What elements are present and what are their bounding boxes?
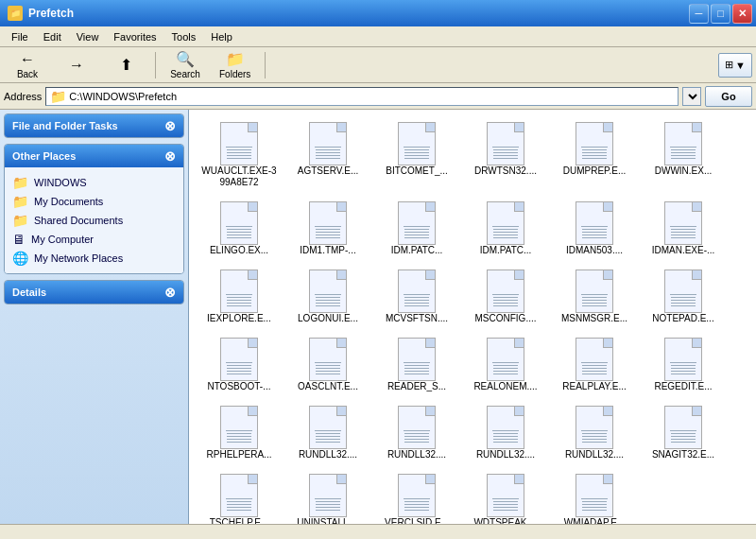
menu-help[interactable]: Help bbox=[203, 29, 240, 44]
list-item[interactable]: WUAUCLT.EXE-399A8E72 bbox=[197, 117, 282, 193]
folders-button[interactable]: 📁 Folders bbox=[211, 50, 259, 80]
menu-view[interactable]: View bbox=[69, 29, 107, 44]
list-item[interactable]: OASCLNT.E... bbox=[285, 333, 370, 397]
list-item[interactable]: MSNMSGR.E... bbox=[552, 265, 637, 329]
file-icon bbox=[309, 406, 347, 449]
file-name: OASCLNT.E... bbox=[298, 381, 358, 392]
places-windows-label: WINDOWS bbox=[34, 177, 87, 188]
view-button[interactable]: ⊞ ▼ bbox=[718, 53, 752, 78]
file-name: MSCONFIG.... bbox=[475, 313, 537, 324]
file-area: WUAUCLT.EXE-399A8E72AGTSERV.E...BITCOMET… bbox=[189, 110, 756, 524]
list-item[interactable]: RUNDLL32.... bbox=[552, 401, 637, 465]
minimize-button[interactable]: ─ bbox=[689, 4, 709, 24]
file-name: NOTEPAD.E... bbox=[652, 313, 713, 324]
file-icon bbox=[398, 406, 436, 449]
list-item[interactable]: TSCHELP.E... bbox=[197, 469, 282, 524]
file-icon bbox=[309, 122, 347, 165]
places-network-label: My Network Places bbox=[34, 252, 123, 264]
menu-favorites[interactable]: Favorites bbox=[106, 29, 163, 44]
file-icon bbox=[220, 270, 258, 313]
up-icon: ⬆ bbox=[120, 56, 132, 74]
list-item[interactable]: NTOSBOOT-... bbox=[197, 333, 282, 397]
places-item-windows[interactable]: 📁 WINDOWS bbox=[12, 173, 176, 192]
file-name: IDM.PATC... bbox=[480, 245, 532, 256]
back-label: Back bbox=[17, 69, 38, 79]
toolbar-right: ⊞ ▼ bbox=[718, 53, 752, 78]
file-icon bbox=[576, 406, 613, 449]
file-name: RUNDLL32.... bbox=[299, 449, 357, 461]
list-item[interactable]: IDMAN503.... bbox=[552, 197, 637, 261]
address-input[interactable]: 📁 C:\WINDOWS\Prefetch bbox=[45, 87, 679, 106]
list-item[interactable]: IDMAN.EXE-... bbox=[641, 197, 726, 261]
list-item[interactable]: REALONEM.... bbox=[463, 333, 548, 397]
menu-file[interactable]: File bbox=[4, 29, 36, 44]
details-panel-toggle: ⊗ bbox=[164, 285, 176, 300]
list-item[interactable]: IEXPLORE.E... bbox=[197, 265, 282, 329]
list-item[interactable]: READER_S... bbox=[374, 333, 459, 397]
list-item[interactable]: LOGONUI.E... bbox=[285, 265, 370, 329]
up-button[interactable]: ⬆ bbox=[102, 50, 149, 80]
address-dropdown[interactable]: ▼ bbox=[682, 87, 701, 106]
list-item[interactable]: NOTEPAD.E... bbox=[641, 265, 726, 329]
folders-label: Folders bbox=[219, 69, 250, 79]
list-item[interactable]: IDM.PATC... bbox=[374, 197, 459, 261]
list-item[interactable]: WDTSPEAK.... bbox=[463, 469, 548, 524]
list-item[interactable]: REALPLAY.E... bbox=[552, 333, 637, 397]
forward-button[interactable]: → bbox=[53, 50, 100, 80]
file-name: DUMPREP.E... bbox=[563, 165, 627, 177]
list-item[interactable]: SNAGIT32.E... bbox=[641, 401, 726, 465]
title-bar: 📁 Prefetch ─ □ ✕ bbox=[0, 0, 756, 26]
file-icon bbox=[398, 474, 436, 517]
places-item-mydocs[interactable]: 📁 My Documents bbox=[12, 192, 176, 211]
maximize-button[interactable]: □ bbox=[711, 4, 730, 24]
list-item[interactable]: VERCLSID.E... bbox=[374, 469, 459, 524]
places-item-shareddocs[interactable]: 📁 Shared Documents bbox=[12, 211, 176, 230]
file-name: IDMAN.EXE-... bbox=[652, 245, 715, 256]
list-item[interactable]: WMIADAP.E... bbox=[552, 469, 637, 524]
search-icon: 🔍 bbox=[176, 50, 195, 68]
places-item-mycomputer[interactable]: 🖥 My Computer bbox=[12, 230, 176, 249]
file-name: IEXPLORE.E... bbox=[207, 313, 271, 324]
file-icon bbox=[309, 201, 347, 245]
window-controls: ─ □ ✕ bbox=[689, 4, 752, 24]
file-icon bbox=[309, 474, 347, 517]
sidebar: File and Folder Tasks ⊗ Other Places ⊗ 📁… bbox=[0, 110, 189, 524]
file-name: RUNDLL32.... bbox=[387, 449, 446, 461]
list-item[interactable]: AGTSERV.E... bbox=[285, 117, 370, 193]
list-item[interactable]: RUNDLL32.... bbox=[374, 401, 459, 465]
list-item[interactable]: REGEDIT.E... bbox=[641, 333, 726, 397]
file-name: NTOSBOOT-... bbox=[207, 381, 270, 392]
list-item[interactable]: MCVSFTSN.... bbox=[374, 265, 459, 329]
tasks-panel-toggle: ⊗ bbox=[164, 118, 176, 133]
list-item[interactable]: UNINSTALL.... bbox=[285, 469, 370, 524]
file-icon bbox=[398, 122, 436, 165]
list-item[interactable]: IDM1.TMP-... bbox=[285, 197, 370, 261]
address-folder-icon: 📁 bbox=[50, 89, 66, 104]
places-shareddocs-label: Shared Documents bbox=[34, 215, 123, 226]
file-name: IDM1.TMP-... bbox=[300, 245, 355, 256]
file-icon bbox=[664, 201, 702, 245]
list-item[interactable]: MSCONFIG.... bbox=[463, 265, 548, 329]
close-button[interactable]: ✕ bbox=[732, 4, 752, 24]
menu-tools[interactable]: Tools bbox=[164, 29, 204, 44]
list-item[interactable]: BITCOMET_... bbox=[374, 117, 459, 193]
list-item[interactable]: DUMPREP.E... bbox=[552, 117, 637, 193]
list-item[interactable]: ELINGO.EX... bbox=[197, 197, 282, 261]
list-item[interactable]: IDM.PATC... bbox=[463, 197, 548, 261]
go-button[interactable]: Go bbox=[705, 86, 752, 107]
file-icon bbox=[664, 406, 702, 449]
tasks-panel-header[interactable]: File and Folder Tasks ⊗ bbox=[5, 114, 183, 137]
list-item[interactable]: RUNDLL32.... bbox=[285, 401, 370, 465]
menu-edit[interactable]: Edit bbox=[36, 29, 69, 44]
details-panel-header[interactable]: Details ⊗ bbox=[5, 281, 183, 304]
search-button[interactable]: 🔍 Search bbox=[162, 50, 209, 80]
list-item[interactable]: DWWIN.EX... bbox=[641, 117, 726, 193]
list-item[interactable]: DRWTSN32.... bbox=[463, 117, 548, 193]
back-button[interactable]: ← Back bbox=[4, 50, 51, 80]
tasks-panel-title: File and Folder Tasks bbox=[12, 120, 118, 131]
places-item-network[interactable]: 🌐 My Network Places bbox=[12, 249, 176, 268]
list-item[interactable]: RUNDLL32.... bbox=[463, 401, 548, 465]
places-panel-header[interactable]: Other Places ⊗ bbox=[5, 145, 183, 167]
file-icon bbox=[576, 338, 613, 381]
list-item[interactable]: RPHELPERA... bbox=[197, 401, 282, 465]
